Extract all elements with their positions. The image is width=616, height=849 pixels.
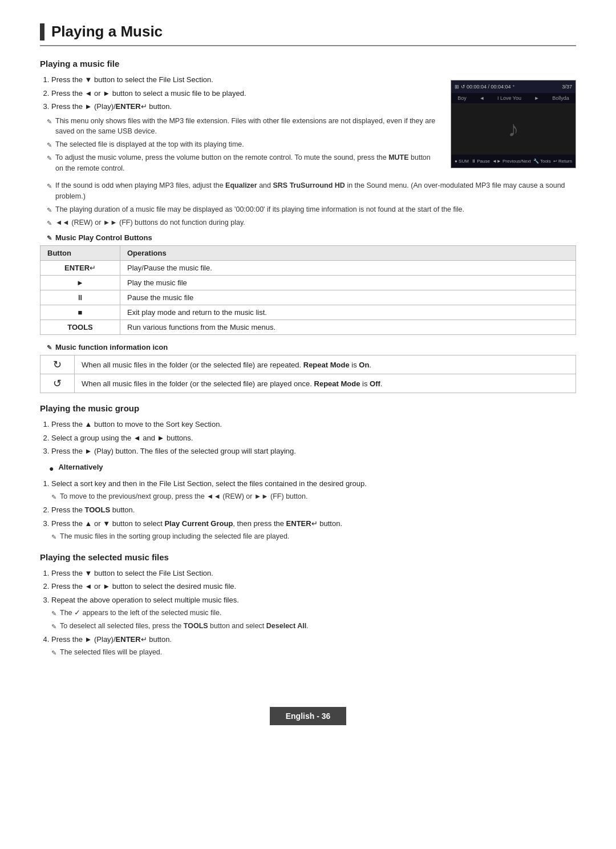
- group-steps-list: Press the ▲ button to move to the Sort k…: [51, 419, 576, 457]
- col-operations: Operations: [120, 246, 576, 261]
- note-icon-3: ✎: [47, 153, 52, 163]
- page-title: Playing a Music: [40, 23, 576, 46]
- player-bottom-bar: ● SUM ⏸ Pause ◄► Previous/Next 🔧 Tools ↩…: [451, 155, 576, 167]
- control-buttons-label: ✎ Music Play Control Buttons: [47, 233, 576, 242]
- alt-note-2: ✎ The music files in the sorting group i…: [51, 531, 576, 542]
- note-1: ✎ This menu only shows files with the MP…: [47, 116, 439, 138]
- note-icon-cb: ✎: [47, 235, 52, 242]
- section-1-title: Playing a music file: [40, 59, 576, 68]
- note-icon-5: ✎: [47, 205, 52, 215]
- alt-step-1: Select a sort key and then in the File L…: [51, 478, 576, 502]
- note-icon-6: ✎: [47, 219, 52, 228]
- note-3: ✎ To adjust the music volume, press the …: [47, 152, 439, 174]
- note-icon-4: ✎: [47, 181, 52, 191]
- content-area: Press the ▼ button to select the File Li…: [40, 74, 576, 176]
- group-step-1: Press the ▲ button to move to the Sort k…: [51, 419, 576, 430]
- sel-step-2: Press the ◄ or ► button to select the de…: [51, 581, 576, 592]
- music-player-screenshot: ⊞ ↺ 00:00:04 / 00:04:04 ⁺ 3/37 Boy ◄ I L…: [451, 80, 576, 168]
- player-top-bar: ⊞ ↺ 00:00:04 / 00:04:04 ⁺ 3/37: [451, 80, 576, 93]
- table-row: ENTER↵ Play/Pause the music file.: [40, 261, 576, 276]
- table-row: ■ Exit play mode and return to the music…: [40, 305, 576, 320]
- note-5: ✎ The playing duration of a music file m…: [47, 204, 576, 215]
- sel-step-3: Repeat the above operation to select mul…: [51, 595, 576, 632]
- note-6: ✎ ◄◄ (REW) or ►► (FF) buttons do not fun…: [47, 217, 576, 228]
- alt-note-1: ✎ To move to the previous/next group, pr…: [51, 491, 576, 502]
- step-3: Press the ► (Play)/ENTER↵ button.: [51, 101, 439, 112]
- note-2: ✎ The selected file is displayed at the …: [47, 139, 439, 150]
- sel-note-1: ✎ The ✓ appears to the left of the selec…: [51, 608, 576, 618]
- alternatively-item: ● Alternatively: [49, 463, 576, 475]
- section-playing-music-file: Playing a music file Press the ▼ button …: [40, 59, 576, 393]
- steps-list: Press the ▼ button to select the File Li…: [51, 74, 439, 112]
- step-1: Press the ▼ button to select the File Li…: [51, 74, 439, 86]
- table-row: ⏸ Pause the music file: [40, 290, 576, 305]
- table-row: ↻ When all music files in the folder (or…: [40, 355, 576, 374]
- table-row: ► Play the music file: [40, 276, 576, 290]
- step-2: Press the ◄ or ► button to select a musi…: [51, 88, 439, 99]
- group-step-2: Select a group using the ◄ and ► buttons…: [51, 432, 576, 444]
- sel-note-2: ✎ To deselect all selected files, press …: [51, 621, 576, 632]
- selected-steps-list: Press the ▼ button to select the File Li…: [51, 568, 576, 658]
- note-icon-2: ✎: [47, 140, 52, 150]
- section-3-title: Playing the selected music files: [40, 552, 576, 562]
- alt-step-3: Press the ▲ or ▼ button to select Play C…: [51, 518, 576, 542]
- footer-badge: English - 36: [270, 707, 347, 725]
- text-content: Press the ▼ button to select the File Li…: [40, 74, 439, 176]
- alt-step-2: Press the TOOLS button.: [51, 504, 576, 516]
- control-buttons-table: Button Operations ENTER↵ Play/Pause the …: [40, 245, 576, 335]
- sel-note-3: ✎ The selected files will be played.: [51, 647, 576, 658]
- player-main-area: ♪: [451, 103, 576, 155]
- icon-info-table: ↻ When all music files in the folder (or…: [40, 355, 576, 393]
- table-row: ↺ When all music files in the folder (or…: [40, 374, 576, 393]
- section-playing-selected-files: Playing the selected music files Press t…: [40, 552, 576, 658]
- sel-step-1: Press the ▼ button to select the File Li…: [51, 568, 576, 579]
- sel-step-4: Press the ► (Play)/ENTER↵ button. ✎ The …: [51, 634, 576, 658]
- icon-info-label: ✎ Music function information icon: [47, 343, 576, 351]
- player-nav-bar: Boy ◄ I Love You ► Bollyda: [451, 93, 576, 103]
- note-icon-ii: ✎: [47, 344, 52, 351]
- note-4: ✎ If the sound is odd when playing MP3 f…: [47, 180, 576, 202]
- note-icon-1: ✎: [47, 117, 52, 127]
- section-playing-music-group: Playing the music group Press the ▲ butt…: [40, 403, 576, 542]
- music-note-icon: ♪: [508, 117, 519, 142]
- section-2-title: Playing the music group: [40, 403, 576, 413]
- col-button: Button: [40, 246, 120, 261]
- table-row: TOOLS Run various functions from the Mus…: [40, 320, 576, 335]
- alt-steps-list: Select a sort key and then in the File L…: [51, 478, 576, 542]
- group-step-3: Press the ► (Play) button. The files of …: [51, 446, 576, 457]
